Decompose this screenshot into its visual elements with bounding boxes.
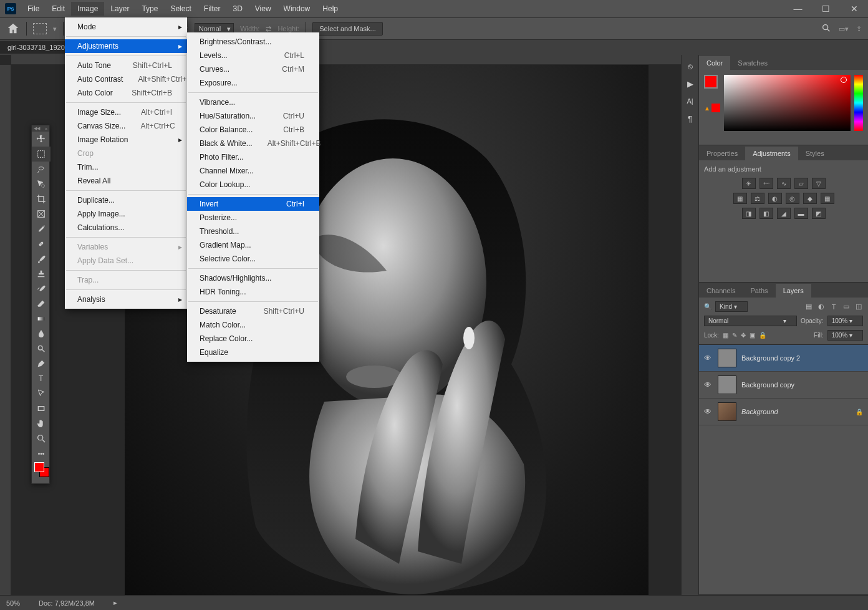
filter-smart-icon[interactable]: ◫ bbox=[854, 303, 863, 311]
marquee-tool[interactable] bbox=[32, 147, 51, 162]
menu-layer[interactable]: Layer bbox=[104, 2, 135, 16]
menu-item-duplicate[interactable]: Duplicate... bbox=[65, 193, 187, 207]
menu-item-mode[interactable]: Mode▸ bbox=[65, 20, 187, 34]
chevron-down-icon[interactable]: ▾ bbox=[53, 25, 57, 33]
menu-item-color-balance[interactable]: Color Balance...Ctrl+B bbox=[187, 123, 319, 137]
color-field[interactable] bbox=[724, 75, 851, 131]
layer-name[interactable]: Background copy bbox=[741, 381, 863, 389]
gradient-tool[interactable] bbox=[32, 311, 51, 326]
layer-row[interactable]: 👁 Background 🔒 bbox=[699, 399, 868, 425]
lock-transparency-icon[interactable]: ▦ bbox=[723, 332, 728, 339]
menu-item-exposure[interactable]: Exposure... bbox=[187, 76, 319, 90]
menu-item-reveal-all[interactable]: Reveal All bbox=[65, 174, 187, 188]
adj-threshold-icon[interactable]: ◢ bbox=[777, 208, 791, 219]
menu-window[interactable]: Window bbox=[277, 2, 317, 16]
menu-item-hdr-toning[interactable]: HDR Toning... bbox=[187, 285, 319, 299]
type-tool[interactable]: T bbox=[32, 371, 51, 386]
visibility-icon[interactable]: 👁 bbox=[704, 380, 713, 389]
adj-selectivecolor-icon[interactable]: ◩ bbox=[812, 208, 826, 219]
actions-panel-icon[interactable]: ▶ bbox=[684, 77, 697, 90]
filter-pixel-icon[interactable]: ▤ bbox=[804, 303, 813, 311]
crop-tool[interactable] bbox=[32, 191, 51, 206]
menu-3d[interactable]: 3D bbox=[226, 2, 248, 16]
stamp-tool[interactable] bbox=[32, 266, 51, 281]
foreground-color-swatch[interactable] bbox=[704, 75, 718, 89]
close-button[interactable]: ✕ bbox=[840, 0, 868, 17]
menu-item-image-size[interactable]: Image Size...Alt+Ctrl+I bbox=[65, 105, 187, 119]
swap-icon[interactable]: ⇄ bbox=[266, 25, 271, 33]
menu-item-image-rotation[interactable]: Image Rotation▸ bbox=[65, 133, 187, 147]
adj-posterize-icon[interactable]: ◧ bbox=[760, 208, 773, 219]
pen-tool[interactable] bbox=[32, 356, 51, 371]
tab-layers[interactable]: Layers bbox=[776, 284, 811, 298]
marquee-preset-icon[interactable] bbox=[33, 23, 47, 34]
rectangle-tool[interactable] bbox=[32, 401, 51, 416]
adj-hue-icon[interactable]: ▦ bbox=[733, 193, 747, 204]
menu-help[interactable]: Help bbox=[316, 2, 344, 16]
blur-tool[interactable] bbox=[32, 326, 51, 341]
adj-colorlookup-icon[interactable]: ▦ bbox=[821, 193, 834, 204]
toolbox-color-swatches[interactable] bbox=[32, 461, 49, 483]
select-and-mask-button[interactable]: Select and Mask... bbox=[312, 22, 383, 36]
layer-name[interactable]: Background copy 2 bbox=[741, 354, 863, 362]
frame-tool[interactable] bbox=[32, 206, 51, 221]
menu-item-analysis[interactable]: Analysis▸ bbox=[65, 293, 187, 306]
character-panel-icon[interactable]: A| bbox=[684, 95, 697, 107]
tab-swatches[interactable]: Swatches bbox=[730, 56, 775, 70]
tab-color[interactable]: Color bbox=[699, 56, 730, 70]
layer-thumbnail[interactable] bbox=[718, 375, 736, 394]
quick-select-tool[interactable] bbox=[32, 177, 51, 191]
menu-item-vibrance[interactable]: Vibrance... bbox=[187, 95, 319, 109]
eyedropper-tool[interactable] bbox=[32, 221, 51, 236]
path-select-tool[interactable] bbox=[32, 386, 51, 401]
tab-paths[interactable]: Paths bbox=[743, 284, 775, 298]
menu-item-photo-filter[interactable]: Photo Filter... bbox=[187, 150, 319, 164]
menu-item-equalize[interactable]: Equalize bbox=[187, 346, 319, 359]
menu-item-posterize[interactable]: Posterize... bbox=[187, 211, 319, 225]
filter-type-icon[interactable]: T bbox=[829, 303, 838, 311]
menu-item-auto-color[interactable]: Auto ColorShift+Ctrl+B bbox=[65, 86, 187, 100]
filter-adjust-icon[interactable]: ◐ bbox=[817, 303, 826, 311]
adj-invert-icon[interactable]: ◨ bbox=[742, 208, 756, 219]
layer-thumbnail[interactable] bbox=[718, 402, 736, 421]
hue-slider[interactable] bbox=[854, 75, 863, 131]
adj-curves-icon[interactable]: ∿ bbox=[777, 178, 791, 189]
menu-item-curves[interactable]: Curves...Ctrl+M bbox=[187, 62, 319, 76]
adj-exposure-icon[interactable]: ▱ bbox=[794, 178, 808, 189]
edit-toolbar-icon[interactable]: ••• bbox=[32, 446, 51, 461]
adj-vibrance-icon[interactable]: ▽ bbox=[812, 178, 826, 189]
brush-tool[interactable] bbox=[32, 251, 51, 266]
menu-item-channel-mixer[interactable]: Channel Mixer... bbox=[187, 164, 319, 178]
menu-select[interactable]: Select bbox=[164, 2, 197, 16]
lasso-tool[interactable] bbox=[32, 162, 51, 177]
lock-all-icon[interactable]: 🔒 bbox=[759, 332, 766, 339]
menu-item-selective-color[interactable]: Selective Color... bbox=[187, 252, 319, 266]
layer-filter-icon[interactable]: 🔍 bbox=[704, 303, 711, 310]
menu-item-match-color[interactable]: Match Color... bbox=[187, 318, 319, 332]
menu-filter[interactable]: Filter bbox=[198, 2, 227, 16]
visibility-icon[interactable]: 👁 bbox=[704, 354, 713, 362]
menu-item-calculations[interactable]: Calculations... bbox=[65, 221, 187, 235]
menu-item-shadows-highlights[interactable]: Shadows/Highlights... bbox=[187, 271, 319, 285]
menu-item-threshold[interactable]: Threshold... bbox=[187, 225, 319, 238]
adj-levels-icon[interactable]: ⬳ bbox=[760, 178, 773, 189]
lock-pixels-icon[interactable]: ✎ bbox=[732, 332, 737, 339]
menu-item-auto-tone[interactable]: Auto ToneShift+Ctrl+L bbox=[65, 59, 187, 72]
history-brush-tool[interactable] bbox=[32, 281, 51, 296]
adj-photofilter-icon[interactable]: ◎ bbox=[786, 193, 799, 204]
lock-artboard-icon[interactable]: ▣ bbox=[750, 332, 755, 339]
menu-item-levels[interactable]: Levels...Ctrl+L bbox=[187, 49, 319, 62]
menu-item-black-white[interactable]: Black & White...Alt+Shift+Ctrl+B bbox=[187, 137, 319, 150]
history-panel-icon[interactable]: ⎋ bbox=[684, 60, 697, 72]
filter-shape-icon[interactable]: ▭ bbox=[842, 303, 851, 311]
share-icon[interactable]: ⇪ bbox=[856, 25, 862, 33]
menu-image[interactable]: Image bbox=[71, 2, 104, 16]
menu-view[interactable]: View bbox=[249, 2, 277, 16]
dodge-tool[interactable] bbox=[32, 341, 51, 356]
tab-styles[interactable]: Styles bbox=[798, 147, 832, 160]
menu-item-brightness-contrast[interactable]: Brightness/Contrast... bbox=[187, 35, 319, 49]
maximize-button[interactable]: ☐ bbox=[812, 0, 840, 17]
minimize-button[interactable]: — bbox=[784, 0, 812, 17]
menu-item-trim[interactable]: Trim... bbox=[65, 160, 187, 174]
tab-properties[interactable]: Properties bbox=[699, 147, 745, 160]
